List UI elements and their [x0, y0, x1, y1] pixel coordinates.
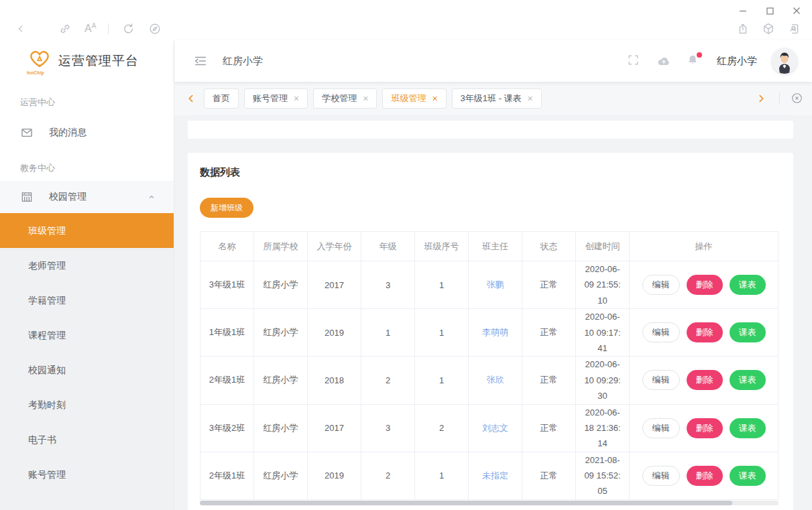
- contact-icon[interactable]: [787, 21, 801, 36]
- sidebar-subitem-校园通知[interactable]: 校园通知: [0, 353, 174, 387]
- sidebar-item-label: 校园管理: [49, 191, 131, 203]
- tab-label: 班级管理: [391, 92, 426, 105]
- teacher-link[interactable]: 张欣: [487, 375, 504, 385]
- cell-teacher: 李萌萌: [469, 309, 522, 357]
- toolbar-divider: [108, 23, 109, 34]
- schedule-button[interactable]: 课表: [730, 466, 766, 486]
- page-title: 红房小学: [223, 55, 263, 68]
- sidebar-subitem-考勤时刻[interactable]: 考勤时刻: [0, 387, 174, 422]
- cell: 3: [361, 261, 415, 309]
- tab-班级管理[interactable]: 班级管理×: [382, 88, 446, 109]
- delete-button[interactable]: 删除: [687, 322, 723, 342]
- compass-icon[interactable]: [148, 21, 162, 36]
- cell: 3年级2班: [200, 404, 254, 452]
- cell: 2017: [308, 261, 361, 309]
- tab-3年级1班 - 课表[interactable]: 3年级1班 - 课表×: [452, 88, 542, 109]
- schedule-button[interactable]: 课表: [730, 418, 766, 438]
- cell: 2017: [308, 404, 361, 452]
- teacher-link[interactable]: 张鹏: [487, 279, 504, 290]
- class-table: 名称所属学校入学年份年级班级序号班主任状态创建时间操作 3年级1班红房小学201…: [200, 231, 778, 500]
- refresh-icon[interactable]: [121, 21, 135, 36]
- cell-created-time: 2020-06-10 09:17:41: [576, 309, 630, 357]
- window-titlebar: [0, 0, 812, 17]
- close-icon[interactable]: [792, 6, 801, 15]
- tab-账号管理[interactable]: 账号管理×: [244, 88, 308, 109]
- column-header: 所属学校: [254, 232, 308, 261]
- cell-teacher: 未指定: [469, 452, 522, 499]
- close-all-tabs-icon[interactable]: [791, 92, 804, 105]
- table-body: 3年级1班红房小学201731张鹏正常2020-06-09 21:55:10编辑…: [200, 261, 778, 500]
- sidebar-subitem-课程管理[interactable]: 课程管理: [0, 318, 174, 353]
- horizontal-scrollbar: [200, 501, 778, 505]
- back-icon[interactable]: [13, 21, 28, 36]
- cell: 2: [361, 452, 415, 499]
- teacher-link[interactable]: 刘志文: [482, 423, 508, 433]
- edit-button[interactable]: 编辑: [642, 418, 680, 438]
- column-header: 班主任: [469, 232, 522, 261]
- avatar[interactable]: [772, 48, 797, 74]
- tab-学校管理[interactable]: 学校管理×: [313, 88, 377, 109]
- tab-close-icon[interactable]: ×: [363, 94, 368, 103]
- cell-actions: 编辑删除课表: [630, 404, 778, 452]
- cell: 1: [361, 309, 415, 357]
- table-row: 2年级1班红房小学201921未指定正常2021-08-09 15:52:05编…: [200, 452, 778, 499]
- scrollbar-thumb[interactable]: [200, 501, 732, 505]
- cell-created-time: 2020-06-18 21:36:14: [576, 404, 630, 452]
- cloud-upload-icon[interactable]: [656, 54, 671, 68]
- font-size-icon[interactable]: AA: [84, 23, 96, 34]
- column-header: 班级序号: [415, 232, 469, 261]
- fold-menu-icon[interactable]: [193, 54, 208, 68]
- tab-close-icon[interactable]: ×: [294, 94, 299, 103]
- delete-button[interactable]: 删除: [687, 370, 723, 390]
- content-area: 数据列表 新增班级 名称所属学校入学年份年级班级序号班主任状态创建时间操作 3年…: [174, 115, 812, 510]
- bell-icon[interactable]: [686, 54, 701, 68]
- sidebar-subitem-班级管理[interactable]: 班级管理: [0, 213, 174, 248]
- maximize-icon[interactable]: [765, 6, 774, 15]
- sidebar-subitem-老师管理[interactable]: 老师管理: [0, 248, 174, 283]
- schedule-button[interactable]: 课表: [730, 322, 766, 342]
- cell: 2: [415, 404, 469, 452]
- minimize-icon[interactable]: [738, 6, 748, 15]
- fullscreen-icon[interactable]: [627, 54, 642, 68]
- cell: 红房小学: [254, 357, 308, 404]
- edit-button[interactable]: 编辑: [642, 370, 680, 390]
- table-header-row: 名称所属学校入学年份年级班级序号班主任状态创建时间操作: [200, 232, 778, 261]
- teacher-link[interactable]: 李萌萌: [482, 327, 508, 337]
- package-icon[interactable]: [761, 21, 776, 36]
- sidebar-subitem-学籍管理[interactable]: 学籍管理: [0, 283, 174, 318]
- browser-toolbar: AA: [0, 17, 812, 40]
- cell: 正常: [522, 357, 576, 404]
- cell: 2年级1班: [200, 357, 254, 404]
- share-icon[interactable]: [736, 21, 750, 36]
- tab-close-icon[interactable]: ×: [432, 94, 437, 103]
- tabs-scroll-left-icon[interactable]: [184, 91, 198, 106]
- tab-close-icon[interactable]: ×: [528, 94, 533, 103]
- tabs-scroll-right-icon[interactable]: [754, 91, 768, 106]
- delete-button[interactable]: 删除: [687, 275, 723, 295]
- link-icon[interactable]: [58, 21, 72, 36]
- sidebar-item-my-messages[interactable]: 我的消息: [0, 115, 174, 150]
- user-name: 红房小学: [717, 55, 757, 68]
- column-header: 名称: [200, 232, 254, 261]
- edit-button[interactable]: 编辑: [642, 322, 680, 342]
- teacher-link[interactable]: 未指定: [482, 470, 508, 481]
- edit-button[interactable]: 编辑: [642, 466, 680, 486]
- edit-button[interactable]: 编辑: [642, 275, 680, 295]
- logo-brand-text: InnChip: [27, 70, 44, 75]
- sidebar-subitem-账号管理[interactable]: 账号管理: [0, 457, 174, 492]
- notification-badge: [697, 52, 702, 58]
- tab-label: 账号管理: [253, 92, 288, 105]
- delete-button[interactable]: 删除: [687, 466, 723, 486]
- cell: 3: [361, 404, 415, 452]
- delete-button[interactable]: 删除: [687, 418, 723, 438]
- tab-首页[interactable]: 首页: [204, 88, 239, 109]
- schedule-button[interactable]: 课表: [730, 370, 766, 390]
- add-class-button[interactable]: 新增班级: [200, 198, 253, 218]
- sidebar-item-campus-management[interactable]: 校园管理: [0, 181, 174, 213]
- app-title: 运营管理平台: [58, 52, 139, 70]
- sidebar-subitem-电子书[interactable]: 电子书: [0, 422, 174, 457]
- schedule-button[interactable]: 课表: [730, 275, 766, 295]
- column-header: 入学年份: [308, 232, 361, 261]
- chevron-up-icon: [147, 192, 156, 202]
- mail-icon: [20, 126, 34, 139]
